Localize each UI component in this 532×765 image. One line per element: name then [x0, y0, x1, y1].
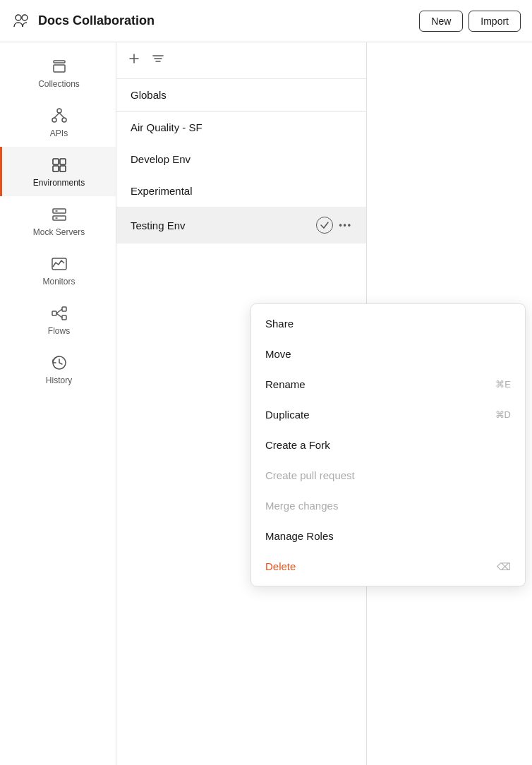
context-menu: Share Move Rename ⌘E Duplicate ⌘D Create…	[250, 303, 526, 586]
sidebar-item-apis[interactable]: APIs	[0, 97, 116, 147]
menu-item-create-fork[interactable]: Create a Fork	[251, 430, 525, 460]
env-item-actions: •••	[316, 217, 352, 234]
svg-point-0	[16, 15, 21, 20]
sidebar-label-environments: Environments	[33, 178, 85, 188]
header-actions: New Import	[419, 11, 521, 32]
menu-item-create-pull-request: Create pull request	[251, 460, 525, 490]
sidebar-label-flows: Flows	[48, 326, 70, 336]
environment-item-develop-env[interactable]: Develop Env	[116, 143, 366, 175]
collections-icon	[49, 56, 69, 76]
environment-item-air-quality[interactable]: Air Quality - SF	[116, 112, 366, 143]
sidebar-label-monitors: Monitors	[42, 277, 75, 287]
more-options-icon[interactable]: •••	[339, 220, 352, 230]
svg-rect-13	[53, 209, 66, 213]
svg-point-1	[22, 15, 28, 20]
active-check-icon	[316, 217, 333, 234]
sidebar-item-flows[interactable]: Flows	[0, 295, 116, 344]
svg-rect-14	[53, 216, 66, 220]
app-header: Docs Collaboration New Import	[0, 0, 532, 42]
header-left: Docs Collaboration	[11, 11, 155, 31]
svg-rect-3	[54, 65, 65, 72]
menu-item-duplicate[interactable]: Duplicate ⌘D	[251, 399, 525, 430]
import-button[interactable]: Import	[468, 11, 521, 32]
sidebar-item-mock-servers[interactable]: Mock Servers	[0, 196, 116, 246]
menu-item-rename[interactable]: Rename ⌘E	[251, 369, 525, 399]
workspace-title: Docs Collaboration	[38, 13, 155, 28]
svg-line-22	[56, 313, 62, 318]
svg-line-7	[54, 113, 59, 118]
monitors-icon	[49, 254, 69, 274]
svg-rect-19	[62, 307, 66, 311]
env-toolbar	[116, 42, 366, 79]
sidebar-item-history[interactable]: History	[0, 344, 116, 394]
menu-item-move[interactable]: Move	[251, 339, 525, 369]
delete-keyboard-icon: ⌫	[497, 561, 511, 572]
svg-rect-11	[60, 159, 66, 164]
environment-item-experimental[interactable]: Experimental	[116, 175, 366, 207]
environment-item-testing-env[interactable]: Testing Env •••	[116, 207, 366, 243]
sidebar-label-history: History	[46, 375, 72, 385]
sidebar-label-apis: APIs	[50, 128, 68, 138]
menu-item-share[interactable]: Share	[251, 308, 525, 339]
sidebar-label-collections: Collections	[38, 79, 80, 89]
svg-line-8	[59, 113, 64, 118]
svg-rect-9	[53, 159, 59, 164]
workspace-icon	[11, 11, 31, 31]
menu-item-manage-roles[interactable]: Manage Roles	[251, 521, 525, 551]
apis-icon	[49, 106, 69, 126]
sidebar-item-monitors[interactable]: Monitors	[0, 246, 116, 295]
flows-icon	[49, 303, 69, 323]
svg-rect-20	[62, 315, 66, 320]
sidebar-label-mock-servers: Mock Servers	[33, 227, 85, 237]
filter-button[interactable]	[149, 49, 167, 71]
menu-item-merge-changes: Merge changes	[251, 490, 525, 521]
svg-point-5	[52, 118, 56, 122]
svg-rect-12	[60, 166, 66, 171]
svg-rect-18	[52, 311, 56, 315]
sidebar-item-collections[interactable]: Collections	[0, 48, 116, 97]
globals-item[interactable]: Globals	[116, 79, 366, 112]
svg-rect-2	[54, 61, 65, 63]
sidebar: Collections APIs	[0, 42, 116, 765]
svg-point-6	[62, 118, 66, 122]
new-button[interactable]: New	[419, 11, 463, 32]
history-icon	[49, 353, 69, 373]
svg-point-4	[57, 109, 61, 113]
environments-icon	[49, 155, 69, 175]
svg-rect-10	[53, 166, 59, 171]
main-layout: Collections APIs	[0, 42, 532, 765]
menu-item-delete[interactable]: Delete ⌫	[251, 551, 525, 582]
add-environment-button[interactable]	[125, 49, 143, 71]
mock-servers-icon	[49, 205, 69, 224]
sidebar-item-environments[interactable]: Environments	[0, 147, 116, 196]
svg-line-21	[56, 309, 62, 313]
